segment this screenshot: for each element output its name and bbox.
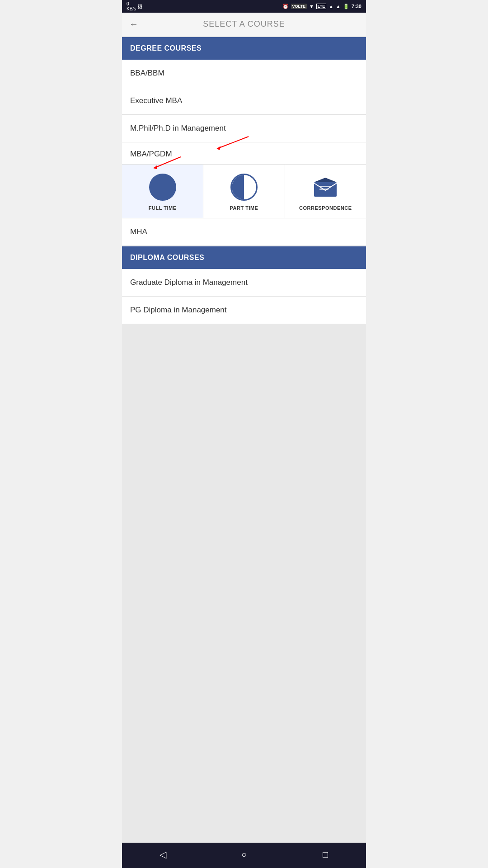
sub-option-full-time[interactable]: FULL TIME [122,165,203,218]
sub-option-part-time[interactable]: PART TIME [203,165,285,218]
degree-courses-title: DEGREE COURSES [130,44,202,52]
signal-icon2: ▲ [336,4,341,9]
diploma-courses-header: DIPLOMA COURSES [122,246,366,269]
time-display: 7:30 [352,4,361,9]
diploma-courses-list: Graduate Diploma in Management PG Diplom… [122,269,366,324]
svg-marker-1 [217,146,221,150]
nav-home-button[interactable]: ○ [235,846,253,863]
top-nav: ← SELECT A COURSE [122,13,366,36]
sub-option-correspondence[interactable]: CORRESPONDENCE [285,165,366,218]
lte-icon: LTE [316,4,326,9]
diploma-courses-title: DIPLOMA COURSES [130,254,204,261]
volte-badge: VOLTE [291,4,307,9]
degree-courses-list: BBA/BBM Executive MBA M.Phil/Ph.D in Man… [122,60,366,245]
red-arrow-fulltime [145,155,190,170]
full-time-label: FULL TIME [149,205,177,211]
svg-rect-6 [319,189,328,190]
part-time-label: PART TIME [230,205,258,211]
full-time-icon [149,174,176,201]
alarm-icon: ⏰ [282,4,289,9]
wifi-icon: ▼ [309,4,314,9]
content-area: DEGREE COURSES BBA/BBM Executive MBA M.P… [122,36,366,843]
image-icon: 🖼 [138,4,142,9]
correspondence-label: CORRESPONDENCE [299,205,352,211]
battery-icon: 🔋 [343,4,349,9]
course-item-bba[interactable]: BBA/BBM [122,60,366,87]
nav-recent-button[interactable]: □ [316,846,334,863]
course-item-mba[interactable]: MBA/PGDM [122,142,366,218]
svg-rect-5 [319,186,331,187]
bottom-nav: ◁ ○ □ [122,843,366,868]
signal-icon1: ▲ [328,4,333,9]
sub-options-row: FULL TIME PART TIME [122,164,366,218]
page-title: SELECT A COURSE [145,19,343,29]
course-item-mphil[interactable]: M.Phil/Ph.D in Management [122,115,366,142]
kb-indicator: 0KB/s [127,1,136,11]
status-right: ⏰ VOLTE ▼ LTE ▲ ▲ 🔋 7:30 [282,4,361,9]
course-item-emba[interactable]: Executive MBA [122,87,366,115]
svg-marker-3 [154,165,157,169]
course-item-mha[interactable]: MHA [122,218,366,245]
status-left: 0KB/s 🖼 [127,1,142,11]
correspondence-icon [312,174,339,201]
course-item-pg-dip[interactable]: PG Diploma in Management [122,297,366,324]
back-button[interactable]: ← [129,19,138,29]
part-time-icon [230,174,258,201]
degree-courses-header: DEGREE COURSES [122,37,366,60]
svg-line-2 [154,157,181,168]
nav-back-button[interactable]: ◁ [154,846,172,863]
status-bar: 0KB/s 🖼 ⏰ VOLTE ▼ LTE ▲ ▲ 🔋 7:30 [122,0,366,13]
course-item-grad-dip[interactable]: Graduate Diploma in Management [122,269,366,297]
